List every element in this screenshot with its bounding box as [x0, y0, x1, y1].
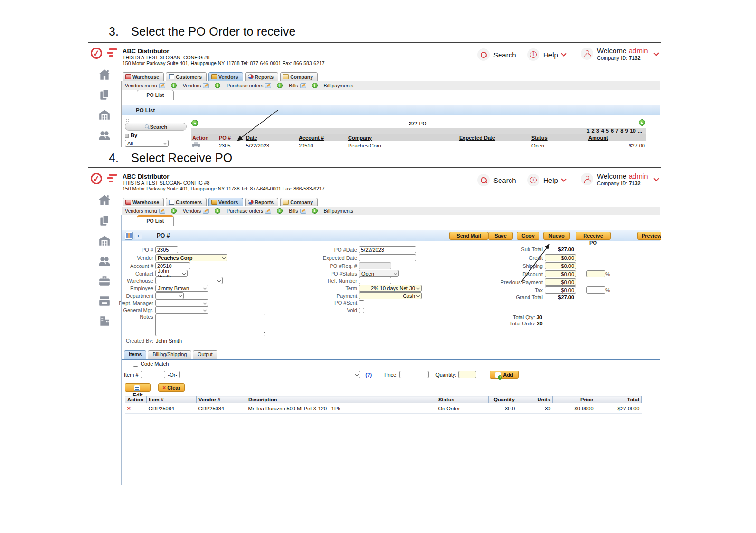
discount-input[interactable] — [545, 270, 576, 277]
menu-item-vendors-menu[interactable]: Vendors menu — [125, 208, 157, 214]
tab-items[interactable]: Items — [124, 350, 146, 359]
po-table-row[interactable]: 2305 5/22/2023 20510 Peaches Corp Open $… — [191, 141, 646, 147]
warehouse-icon[interactable] — [98, 235, 111, 247]
copy-button[interactable]: Copy — [517, 232, 539, 240]
users-icon[interactable] — [98, 130, 111, 141]
add-item-button[interactable]: Add — [490, 371, 518, 379]
edit-menu-icon[interactable] — [300, 83, 306, 88]
search-control[interactable]: Search — [477, 48, 516, 61]
account-chevron-down-icon[interactable] — [653, 176, 659, 181]
col-description[interactable]: Description — [246, 396, 436, 403]
item-number-input[interactable] — [141, 371, 165, 378]
tab-warehouse[interactable]: Warehouse — [123, 198, 164, 206]
tab-output[interactable]: Output — [193, 350, 217, 359]
contact-select[interactable]: John Smith — [155, 270, 188, 277]
search-label[interactable]: Search — [493, 51, 516, 59]
search-control[interactable]: Search — [477, 174, 516, 186]
edit-menu-icon[interactable] — [265, 83, 271, 88]
add-icon[interactable]: + — [277, 83, 283, 88]
col-po[interactable]: PO # — [218, 134, 245, 141]
col-amount[interactable]: Amount — [587, 134, 646, 141]
menu-icon[interactable] — [107, 48, 117, 58]
col-date[interactable]: Date — [245, 134, 298, 141]
shipping-input[interactable] — [545, 262, 576, 269]
page-link[interactable]: 10 — [630, 128, 636, 133]
tab-billing-shipping[interactable]: Billing/Shipping — [148, 350, 191, 359]
edit-menu-icon[interactable] — [265, 209, 271, 214]
col-price[interactable]: Price — [553, 396, 595, 403]
quantity-input[interactable] — [458, 371, 476, 378]
menu-item-vendors-menu[interactable]: Vendors menu — [125, 83, 157, 88]
col-quantity[interactable]: Quantity — [489, 396, 517, 403]
menu-item-purchase-orders[interactable]: Purchase orders — [227, 208, 263, 214]
by-checkbox-icon[interactable] — [125, 134, 129, 138]
col-total[interactable]: Total — [595, 396, 642, 403]
delete-item-icon[interactable]: × — [127, 405, 131, 412]
previous-payment-input[interactable] — [545, 278, 576, 286]
warehouse-select[interactable] — [155, 277, 223, 284]
price-input[interactable] — [399, 371, 429, 378]
tab-customers[interactable]: Customers — [166, 72, 207, 81]
expected-date-input[interactable] — [359, 254, 416, 261]
tab-reports[interactable]: Reports — [245, 72, 279, 81]
department-select[interactable] — [155, 292, 184, 299]
save-button[interactable]: Save — [488, 232, 513, 240]
page-link[interactable]: 8 — [620, 128, 623, 133]
search-panel-header[interactable]: Search — [125, 123, 187, 131]
page-link[interactable]: 9 — [625, 128, 628, 133]
col-units[interactable]: Units — [517, 396, 553, 403]
add-icon[interactable]: + — [171, 208, 177, 214]
help-control[interactable]: i Help — [527, 48, 566, 61]
page-link[interactable]: 1 — [586, 128, 589, 133]
page-link[interactable]: 2 — [592, 128, 595, 133]
menu-item-vendors[interactable]: Vendors — [183, 208, 201, 214]
col-company[interactable]: Company — [347, 134, 458, 141]
page-link[interactable]: 7 — [615, 128, 618, 133]
preview-button[interactable]: Preview — [637, 232, 661, 240]
edit-menu-icon[interactable] — [203, 83, 209, 88]
term-select[interactable]: -2% 10 days Net 30 — [359, 285, 422, 292]
ref-number-input[interactable] — [359, 277, 391, 284]
documents-icon[interactable] — [98, 215, 111, 227]
account-chevron-down-icon[interactable] — [653, 50, 659, 56]
page-link[interactable]: ... — [638, 128, 642, 133]
search-by-select[interactable]: All — [125, 140, 169, 147]
tab-po-list[interactable]: PO List — [137, 215, 174, 226]
add-icon[interactable]: + — [312, 208, 318, 214]
help-icon[interactable]: i — [527, 174, 539, 186]
tab-company[interactable]: Company — [280, 72, 318, 81]
menu-item-purchase-orders[interactable]: Purchase orders — [227, 83, 263, 88]
collapse-dot-icon[interactable] — [126, 119, 129, 122]
item-row[interactable]: × GDP25084 GDP25084 Mr Tea Durazno 500 M… — [125, 403, 642, 414]
expand-chevron-icon[interactable]: › — [135, 232, 142, 239]
edit-menu-icon[interactable] — [300, 209, 306, 214]
item-help-link[interactable]: (?) — [365, 372, 372, 378]
home-icon[interactable] — [98, 69, 111, 80]
col-status[interactable]: Status — [436, 396, 489, 403]
add-icon[interactable]: + — [277, 208, 283, 214]
tab-customers[interactable]: Customers — [166, 198, 207, 206]
nuevo-button[interactable]: Nuevo — [543, 232, 570, 240]
code-match-checkbox[interactable] — [133, 362, 138, 367]
warehouse-icon[interactable] — [98, 109, 111, 121]
tab-po-list[interactable]: PO List — [137, 90, 174, 100]
general-mgr-select[interactable] — [155, 306, 208, 314]
help-control[interactable]: i Help — [527, 174, 566, 186]
menu-item-bills[interactable]: Bills — [289, 208, 298, 214]
edit-menu-icon[interactable] — [159, 209, 165, 214]
help-chevron-down-icon[interactable] — [561, 51, 566, 56]
col-account[interactable]: Account # — [298, 134, 347, 141]
help-icon[interactable]: i — [527, 48, 539, 61]
col-expected[interactable]: Expected Date — [458, 134, 530, 141]
col-vendor[interactable]: Vendor # — [197, 396, 246, 403]
edit-button[interactable]: Edit — [125, 383, 151, 392]
prev-page-icon[interactable]: ◀ — [191, 120, 198, 126]
employee-select[interactable]: Jimmy Brown — [155, 285, 208, 292]
search-icon[interactable] — [477, 48, 490, 61]
add-icon[interactable]: + — [171, 83, 177, 88]
page-link[interactable]: 6 — [611, 128, 614, 133]
menu-item-bills[interactable]: Bills — [289, 83, 298, 88]
po-number-link[interactable]: 2305 — [219, 143, 230, 147]
receive-po-button[interactable]: Receive PO — [576, 232, 611, 240]
dept-manager-select[interactable] — [155, 299, 208, 306]
